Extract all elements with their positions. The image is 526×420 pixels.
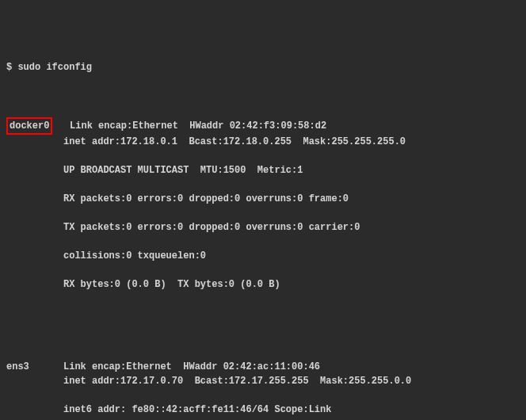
iface-line: collisions:0 txqueuelen:0 (6, 249, 520, 263)
iface-line: inet addr:172.17.0.70 Bcast:172.17.255.2… (6, 374, 520, 388)
iface-line: UP BROADCAST MULTICAST MTU:1500 Metric:1 (6, 163, 520, 178)
interface-docker0: docker0 Link encap:Ethernet HWaddr 02:42… (6, 103, 520, 306)
interface-ens3: ens3Link encap:Ethernet HWaddr 02:42:ac:… (6, 346, 520, 420)
iface-line: Link encap:Ethernet HWaddr 02:42:f3:09:5… (70, 120, 326, 132)
interface-name-docker0: docker0 (6, 117, 52, 135)
iface-line: TX packets:0 errors:0 dropped:0 overruns… (6, 220, 520, 235)
interface-name-ens3: ens3 (6, 360, 63, 374)
iface-line: inet6 addr: fe80::42:acff:fe11:46/64 Sco… (6, 403, 520, 417)
iface-line: RX bytes:0 (0.0 B) TX bytes:0 (0.0 B) (6, 277, 520, 292)
command-prompt: $ sudo ifconfig (6, 60, 520, 74)
iface-line: RX packets:0 errors:0 dropped:0 overruns… (6, 192, 520, 206)
iface-line: inet addr:172.18.0.1 Bcast:172.18.0.255 … (6, 135, 520, 149)
iface-line: Link encap:Ethernet HWaddr 02:42:ac:11:0… (63, 361, 320, 372)
